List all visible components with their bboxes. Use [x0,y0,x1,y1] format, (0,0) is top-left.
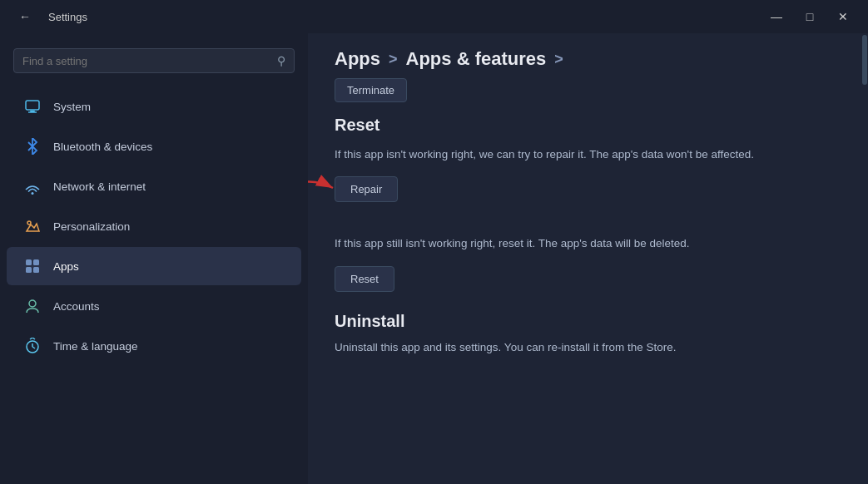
personalization-icon [23,217,42,235]
scrollbar-track[interactable] [861,33,868,484]
content-area: Apps > Apps & features > Terminate Reset… [308,33,861,484]
close-button[interactable]: ✕ [828,7,858,27]
uninstall-section-title: Uninstall [335,312,835,331]
reset-section-title: Reset [335,116,835,135]
sidebar-item-time[interactable]: Time & language [7,327,301,365]
app-title: Settings [48,11,87,23]
svg-rect-6 [33,259,39,265]
svg-line-12 [32,347,35,348]
title-bar-left: ← Settings [10,7,87,27]
breadcrumb-current[interactable]: Apps & features [406,48,547,70]
sidebar-item-label-system: System [53,101,91,113]
system-icon [23,97,42,116]
search-input[interactable] [22,55,270,67]
sidebar-item-personalization[interactable]: Personalization [7,207,301,245]
repair-button-area: Repair [335,176,835,222]
bluetooth-icon [23,137,42,156]
maximize-button[interactable]: □ [795,7,825,27]
minimize-button[interactable]: — [761,7,791,27]
svg-point-3 [32,192,34,195]
breadcrumb-parent[interactable]: Apps [335,48,380,70]
svg-rect-5 [26,259,32,265]
accounts-icon [23,297,42,315]
search-icon: ⚲ [277,54,285,67]
sidebar: ⚲ System Bluetooth & devices [0,33,308,484]
network-icon [23,177,42,195]
sidebar-item-label-bluetooth: Bluetooth & devices [53,141,152,153]
reset-button[interactable]: Reset [335,266,394,292]
breadcrumb: Apps > Apps & features > [308,33,861,78]
svg-rect-0 [26,101,39,110]
sidebar-item-accounts[interactable]: Accounts [7,287,301,325]
sidebar-item-label-network: Network & internet [53,180,146,193]
repair-description: If this app isn't working right, we can … [335,146,835,163]
apps-icon [23,257,42,275]
svg-rect-8 [33,267,39,273]
terminate-area: Terminate [308,78,861,116]
breadcrumb-sep-2: > [554,51,563,68]
breadcrumb-sep-1: > [389,51,398,68]
time-icon [23,337,42,355]
svg-rect-7 [26,267,32,273]
sidebar-item-label-personalization: Personalization [53,220,130,233]
svg-point-9 [29,300,36,307]
arrow-icon [308,171,343,205]
svg-point-4 [27,221,31,225]
main-layout: ⚲ System Bluetooth & devices [0,33,868,484]
sidebar-item-label-apps: Apps [53,260,79,273]
window-controls: — □ ✕ [761,7,858,27]
search-box[interactable]: ⚲ [13,48,295,73]
sidebar-item-system[interactable]: System [7,87,301,126]
sidebar-item-apps[interactable]: Apps [7,247,301,285]
repair-button[interactable]: Repair [335,176,398,202]
reset-description: If this app still isn't working right, r… [335,235,835,252]
scrollbar-thumb[interactable] [862,35,867,85]
terminate-button[interactable]: Terminate [335,78,407,102]
back-button[interactable]: ← [10,7,40,27]
scroll-content: Reset If this app isn't working right, w… [308,116,861,484]
sidebar-item-label-accounts: Accounts [53,300,100,313]
title-bar: ← Settings — □ ✕ [0,0,868,33]
sidebar-item-bluetooth[interactable]: Bluetooth & devices [7,127,301,165]
sidebar-item-network[interactable]: Network & internet [7,167,301,205]
sidebar-item-label-time: Time & language [53,340,138,353]
uninstall-description: Uninstall this app and its settings. You… [335,339,835,356]
